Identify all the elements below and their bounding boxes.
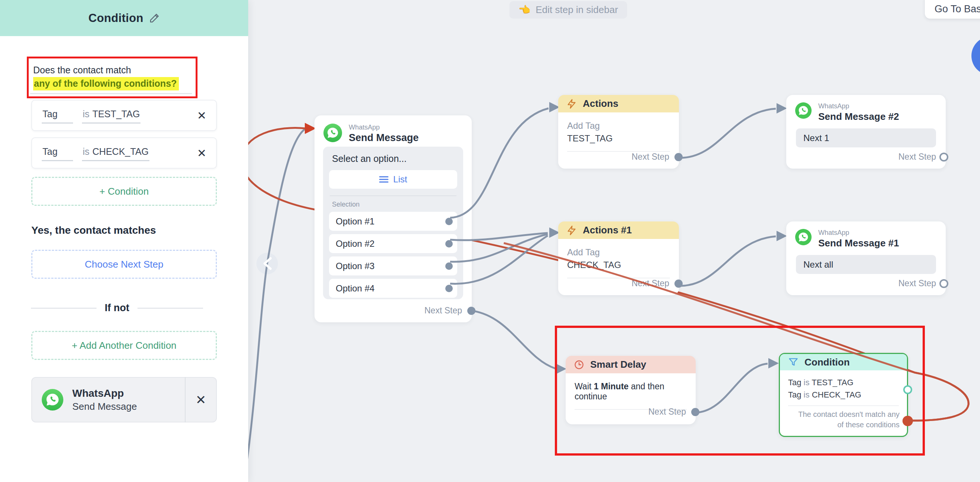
option-4-port[interactable]	[445, 285, 453, 292]
condition-row-2: Tag isCHECK_TAG ✕	[31, 137, 217, 169]
edge-actions-sendmessage2	[680, 109, 776, 158]
next-step-row: Next Step	[632, 152, 669, 162]
sidebar-title: Condition	[88, 11, 143, 25]
condition-field-select[interactable]: Tag	[42, 145, 73, 161]
selection-label: Selection	[332, 201, 457, 208]
remove-condition-icon[interactable]: ✕	[197, 147, 207, 160]
remove-step-button[interactable]: ✕	[185, 377, 216, 422]
action-type-label: Add Tag	[567, 121, 670, 131]
if-not-divider: If not	[31, 302, 203, 314]
edge-actions1-sendmessage1	[680, 236, 776, 286]
hint-label: Edit step in sidebar	[535, 4, 618, 16]
edge-entry-line	[244, 129, 305, 482]
yes-matches-label: Yes, the contact matches	[31, 224, 156, 236]
whatsapp-icon	[795, 102, 811, 119]
condition-field-select[interactable]: Tag	[42, 107, 73, 124]
next-step-row: Next Step	[425, 306, 462, 316]
node-actions[interactable]: Actions Add Tag TEST_TAG Next Step	[558, 95, 679, 169]
next-step-port[interactable]	[675, 153, 682, 161]
next-step-row: Next Step	[898, 152, 936, 162]
option-3[interactable]: Option #3	[329, 257, 457, 276]
option-1-port[interactable]	[445, 218, 453, 225]
next-step-port[interactable]	[939, 279, 948, 288]
next-step-row: Next Step	[898, 278, 936, 289]
sidebar-collapse-button[interactable]	[256, 253, 278, 274]
sidebar: Condition Does the contact match any of …	[0, 0, 248, 482]
node-app-label: WhatsApp	[818, 102, 899, 110]
node-title: Actions #1	[583, 224, 632, 236]
lightning-icon	[566, 225, 577, 236]
node-app-label: WhatsApp	[818, 229, 899, 237]
node-send-message[interactable]: WhatsApp Send Message Select an option..…	[315, 116, 472, 322]
node-title: Send Message	[349, 132, 419, 144]
next-step-card[interactable]: WhatsApp Send Message ✕	[31, 377, 217, 422]
option-2-port[interactable]	[445, 240, 453, 247]
edit-pencil-icon[interactable]	[149, 13, 160, 24]
condition-value-select[interactable]: isCHECK_TAG	[82, 145, 150, 161]
node-title: Send Message #1	[818, 238, 899, 249]
question-divider	[30, 93, 192, 94]
action-tag-value: CHECK_TAG	[567, 260, 670, 270]
condition-value-select[interactable]: isTEST_TAG	[82, 107, 140, 124]
list-icon	[379, 175, 389, 184]
condition-operator: is	[83, 109, 89, 119]
next-step-row: Next Step	[632, 278, 669, 289]
message-preview: Next all	[796, 255, 936, 274]
option-2[interactable]: Option #2	[329, 234, 457, 253]
if-not-label: If not	[105, 302, 129, 314]
condition-value: CHECK_TAG	[92, 146, 149, 157]
condition-value: TEST_TAG	[92, 109, 140, 119]
next-step-port[interactable]	[939, 152, 948, 162]
next-step-port[interactable]	[467, 307, 476, 315]
action-type-label: Add Tag	[567, 247, 670, 258]
input-arrow-send-message2	[776, 103, 787, 114]
sidebar-header: Condition	[0, 0, 248, 36]
next-step-port[interactable]	[675, 279, 682, 288]
step-card-app: WhatsApp	[72, 387, 137, 400]
select-option-label: Select an option...	[329, 153, 457, 164]
floating-action-button[interactable]	[971, 36, 980, 75]
input-arrow-send-message1	[776, 231, 787, 241]
condition-operator: is	[83, 146, 89, 157]
step-card-action: Send Message	[72, 401, 137, 412]
option-4[interactable]: Option #4	[329, 279, 457, 298]
edit-step-hint-badge: 👈 Edit step in sidebar	[509, 1, 627, 19]
pointing-left-hand-icon: 👈	[518, 4, 530, 16]
condition-row-1: Tag isTEST_TAG ✕	[31, 100, 217, 131]
question-line1: Does the contact match	[33, 63, 192, 76]
choose-next-step-button[interactable]: Choose Next Step	[31, 250, 217, 279]
question-line2-highlighted: any of the following conditions?	[33, 77, 179, 90]
edge-nextstep-smartdelay	[472, 311, 555, 368]
lightning-icon	[566, 98, 577, 109]
list-button[interactable]: List	[329, 170, 457, 189]
node-send-message-2[interactable]: WhatsApp Send Message #2 Next 1 Next Ste…	[786, 95, 946, 169]
action-tag-value: TEST_TAG	[567, 133, 670, 144]
go-to-basic-button[interactable]: Go To Basic	[925, 0, 980, 19]
whatsapp-icon	[323, 124, 342, 142]
option-3-port[interactable]	[445, 262, 453, 270]
divider	[330, 195, 457, 196]
node-send-message-1[interactable]: WhatsApp Send Message #1 Next all Next S…	[786, 222, 946, 295]
add-another-condition-button[interactable]: + Add Another Condition	[31, 331, 217, 360]
option-1[interactable]: Option #1	[329, 212, 457, 231]
remove-condition-icon[interactable]: ✕	[197, 109, 207, 122]
message-preview: Next 1	[796, 128, 936, 147]
message-preview: Select an option... List Selection Optio…	[323, 147, 463, 299]
whatsapp-icon	[42, 389, 64, 411]
annotation-rectangle	[555, 326, 925, 455]
add-condition-button[interactable]: + Condition	[31, 177, 217, 206]
node-actions-1[interactable]: Actions #1 Add Tag CHECK_TAG Next Step	[558, 222, 679, 295]
question-highlight-box: Does the contact match any of the follow…	[27, 57, 197, 98]
node-title: Send Message #2	[818, 111, 899, 122]
node-title: Actions	[583, 98, 618, 109]
node-app-label: WhatsApp	[349, 124, 419, 132]
whatsapp-icon	[795, 229, 811, 245]
